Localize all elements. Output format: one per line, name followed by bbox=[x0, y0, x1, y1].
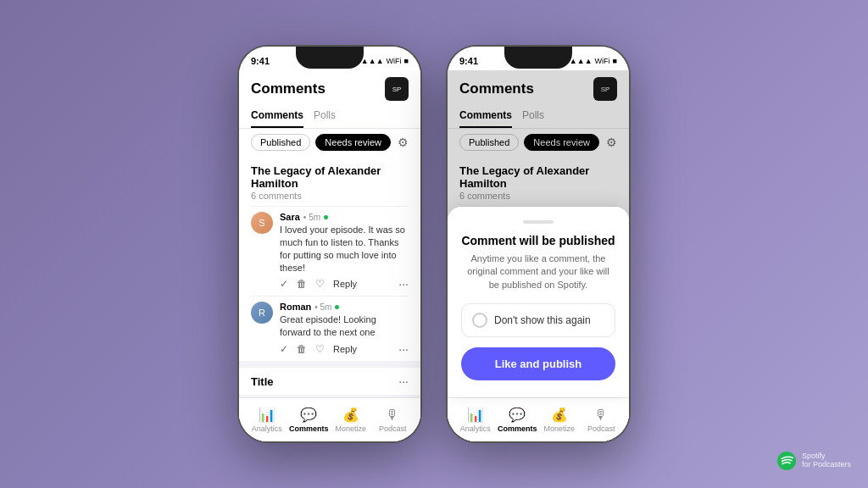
like-icon-roman[interactable]: ♡ bbox=[315, 343, 325, 355]
title-more-icon[interactable]: ··· bbox=[398, 374, 409, 388]
online-dot-roman bbox=[335, 305, 339, 309]
phone-notch-right bbox=[504, 47, 572, 69]
header-left: Comments SP bbox=[239, 70, 420, 106]
avatar-icon: SP bbox=[392, 86, 402, 93]
checkbox-label: Don't show this again bbox=[494, 314, 591, 326]
wifi-icon: WiFi bbox=[387, 57, 402, 65]
modal-description: Anytime you like a comment, the original… bbox=[461, 252, 615, 291]
actions-sara: ✓ 🗑 ♡ Reply ··· bbox=[280, 277, 409, 291]
tabs-left: Comments Polls bbox=[239, 106, 420, 129]
reply-btn-sara[interactable]: Reply bbox=[333, 279, 357, 289]
modal-checkbox-row[interactable]: Don't show this again bbox=[461, 303, 615, 337]
author-sara: Sara bbox=[280, 212, 300, 222]
check-icon-sara[interactable]: ✓ bbox=[280, 278, 288, 290]
podcast-label-right: Podcast bbox=[587, 424, 615, 433]
wifi-icon-right: WiFi bbox=[595, 57, 610, 65]
text-sara: I loved your episode. It was so much fun… bbox=[280, 224, 409, 274]
title-section-left: Title ··· bbox=[239, 368, 420, 395]
podcast-label: Podcast bbox=[379, 424, 407, 433]
like-icon-sara[interactable]: ♡ bbox=[315, 278, 325, 290]
time-roman: • 5m bbox=[314, 302, 331, 312]
filter-row-left: Published Needs review ⚙ bbox=[239, 129, 420, 156]
delete-icon-sara[interactable]: 🗑 bbox=[297, 278, 307, 290]
spotify-logo-icon bbox=[776, 451, 797, 471]
bottom-nav-left: 📊 Analytics 💬 Comments 💰 Monetize 🎙 Podc… bbox=[239, 397, 420, 441]
analytics-label: Analytics bbox=[252, 424, 282, 433]
comment-roman: R Roman • 5m Great episode! Looking forw… bbox=[251, 296, 409, 361]
episode-title-1: The Legacy of Alexander Hamilton bbox=[251, 164, 409, 190]
nav-analytics-right[interactable]: 📊 Analytics bbox=[454, 407, 497, 433]
comments-icon: 💬 bbox=[300, 407, 317, 423]
comment-meta-sara: Sara • 5m bbox=[280, 212, 409, 222]
svg-point-0 bbox=[777, 452, 796, 470]
checkbox-dont-show[interactable] bbox=[472, 313, 487, 328]
tab-comments-left[interactable]: Comments bbox=[251, 106, 303, 128]
nav-podcast-right[interactable]: 🎙 Podcast bbox=[581, 408, 623, 433]
filter-needs-review-left[interactable]: Needs review bbox=[315, 134, 391, 151]
monetize-icon: 💰 bbox=[342, 407, 359, 423]
avatar-roman: R bbox=[251, 302, 273, 324]
delete-icon-roman[interactable]: 🗑 bbox=[297, 343, 307, 355]
status-icons-right: ▲▲▲ WiFi ■ bbox=[570, 57, 617, 65]
avatar-sara: S bbox=[251, 212, 273, 234]
spotify-branding: Spotify for Podcasters bbox=[776, 451, 851, 471]
bottom-nav-right: 📊 Analytics 💬 Comments 💰 Monetize 🎙 Podc… bbox=[448, 397, 629, 441]
monetize-label-right: Monetize bbox=[543, 424, 575, 433]
tab-polls-left[interactable]: Polls bbox=[314, 106, 336, 128]
screen-right: Comments SP Comments Polls Published Nee… bbox=[448, 70, 629, 441]
actions-roman: ✓ 🗑 ♡ Reply ··· bbox=[280, 342, 409, 356]
filter-icon-left[interactable]: ⚙ bbox=[398, 136, 409, 149]
battery-icon: ■ bbox=[404, 57, 409, 65]
comment-body-sara: Sara • 5m I loved your episode. It was s… bbox=[280, 212, 409, 291]
modal-title: Comment will be published bbox=[461, 234, 615, 247]
more-icon-sara[interactable]: ··· bbox=[398, 277, 409, 291]
comments-nav-label-right: Comments bbox=[498, 424, 537, 433]
monetize-icon-right: 💰 bbox=[551, 407, 568, 423]
analytics-label-right: Analytics bbox=[460, 424, 491, 433]
nav-monetize-left[interactable]: 💰 Monetize bbox=[330, 407, 372, 433]
header-avatar-left[interactable]: SP bbox=[385, 77, 409, 101]
nav-comments-left[interactable]: 💬 Comments bbox=[288, 407, 331, 433]
episode-section-1: The Legacy of Alexander Hamilton 6 comme… bbox=[239, 156, 420, 361]
analytics-icon: 📊 bbox=[259, 407, 275, 423]
left-phone: 9:41 ▲▲▲ WiFi ■ Comments SP Comments Pol… bbox=[237, 45, 422, 443]
analytics-icon-right: 📊 bbox=[467, 407, 484, 423]
status-icons-left: ▲▲▲ WiFi ■ bbox=[361, 57, 409, 65]
monetize-label: Monetize bbox=[335, 424, 366, 433]
signal-icon: ▲▲▲ bbox=[361, 57, 384, 65]
online-dot-sara bbox=[324, 215, 328, 219]
status-time-left: 9:41 bbox=[251, 56, 270, 66]
signal-icon-right: ▲▲▲ bbox=[570, 57, 593, 65]
comments-label: Comments bbox=[289, 424, 329, 433]
comment-body-roman: Roman • 5m Great episode! Looking forwar… bbox=[280, 302, 409, 356]
modal-sheet: Comment will be published Anytime you li… bbox=[448, 207, 629, 397]
status-time-right: 9:41 bbox=[459, 56, 478, 66]
nav-podcast-left[interactable]: 🎙 Podcast bbox=[372, 408, 415, 433]
phone-notch bbox=[296, 47, 364, 69]
spotify-subtitle: for Podcasters bbox=[802, 461, 851, 469]
podcast-icon: 🎙 bbox=[386, 408, 399, 423]
right-phone: 9:41 ▲▲▲ WiFi ■ Comments SP Comments Pol… bbox=[446, 45, 631, 443]
episode-count-1: 6 comments bbox=[251, 191, 409, 201]
phones-container: 9:41 ▲▲▲ WiFi ■ Comments SP Comments Pol… bbox=[237, 45, 631, 443]
podcast-icon-right: 🎙 bbox=[594, 408, 608, 423]
comment-meta-roman: Roman • 5m bbox=[280, 302, 409, 312]
more-icon-roman[interactable]: ··· bbox=[398, 342, 409, 356]
screen-left: Comments SP Comments Polls Published Nee… bbox=[239, 70, 420, 441]
nav-analytics-left[interactable]: 📊 Analytics bbox=[246, 407, 288, 433]
like-publish-button[interactable]: Like and publish bbox=[461, 347, 615, 380]
filter-published-left[interactable]: Published bbox=[251, 134, 310, 151]
screen-title-left: Comments bbox=[251, 80, 326, 97]
modal-handle bbox=[523, 220, 554, 224]
text-roman: Great episode! Looking forward to the ne… bbox=[280, 313, 409, 339]
battery-icon-right: ■ bbox=[613, 57, 617, 65]
time-sara: • 5m bbox=[303, 213, 320, 222]
title-label-left: Title bbox=[251, 375, 274, 388]
author-roman: Roman bbox=[280, 302, 311, 312]
nav-comments-right[interactable]: 💬 Comments bbox=[497, 407, 539, 433]
nav-monetize-right[interactable]: 💰 Monetize bbox=[538, 407, 581, 433]
check-icon-roman[interactable]: ✓ bbox=[280, 343, 288, 355]
reply-btn-roman[interactable]: Reply bbox=[333, 344, 357, 354]
comments-icon-right: 💬 bbox=[509, 407, 526, 423]
spotify-text: Spotify for Podcasters bbox=[802, 452, 851, 469]
